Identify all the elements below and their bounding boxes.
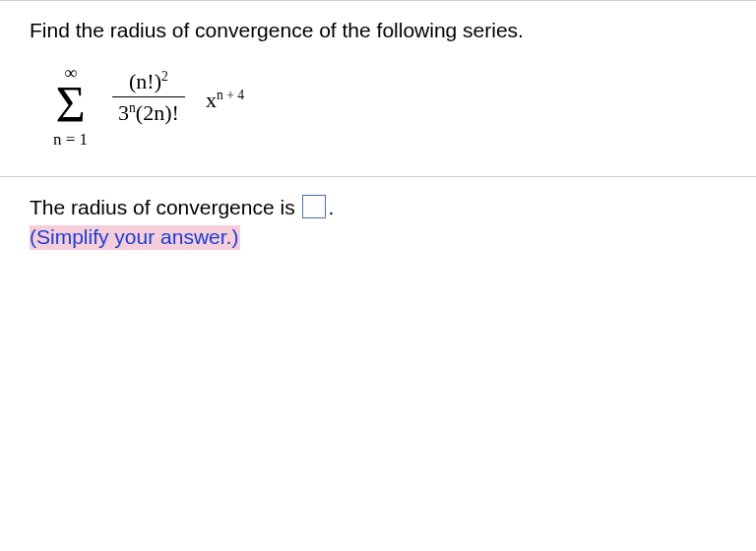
- denom-a-exp: n: [129, 100, 136, 115]
- answer-input[interactable]: [302, 195, 326, 218]
- x-exp: n + 4: [217, 88, 244, 102]
- question-section: Find the radius of convergence of the fo…: [0, 1, 756, 176]
- answer-hint-line: (Simplify your answer.): [30, 225, 726, 249]
- sigma-block: ∞ Σ n = 1: [53, 64, 88, 148]
- sigma-lower-limit: n = 1: [53, 131, 88, 148]
- denom-b: (2n)!: [136, 101, 179, 126]
- fraction: (n!)2 3n(2n)!: [112, 70, 185, 125]
- sigma-symbol: Σ: [53, 84, 88, 127]
- denominator: 3n(2n)!: [112, 96, 185, 124]
- answer-prefix: The radius of convergence is: [30, 196, 300, 218]
- question-text: Find the radius of convergence of the fo…: [30, 19, 726, 42]
- numerator-exp: 2: [161, 69, 168, 84]
- denom-a-base: 3: [118, 101, 129, 126]
- answer-suffix: .: [328, 196, 334, 218]
- answer-section: The radius of convergence is . (Simplify…: [0, 177, 756, 267]
- answer-line: The radius of convergence is .: [30, 195, 726, 219]
- numerator: (n!)2: [112, 70, 185, 96]
- answer-hint: (Simplify your answer.): [30, 225, 240, 250]
- series-formula: ∞ Σ n = 1 (n!)2 3n(2n)! xn + 4: [53, 64, 726, 153]
- numerator-base: (n!): [129, 69, 161, 93]
- x-term: xn + 4: [206, 88, 244, 113]
- x-base: x: [206, 88, 217, 112]
